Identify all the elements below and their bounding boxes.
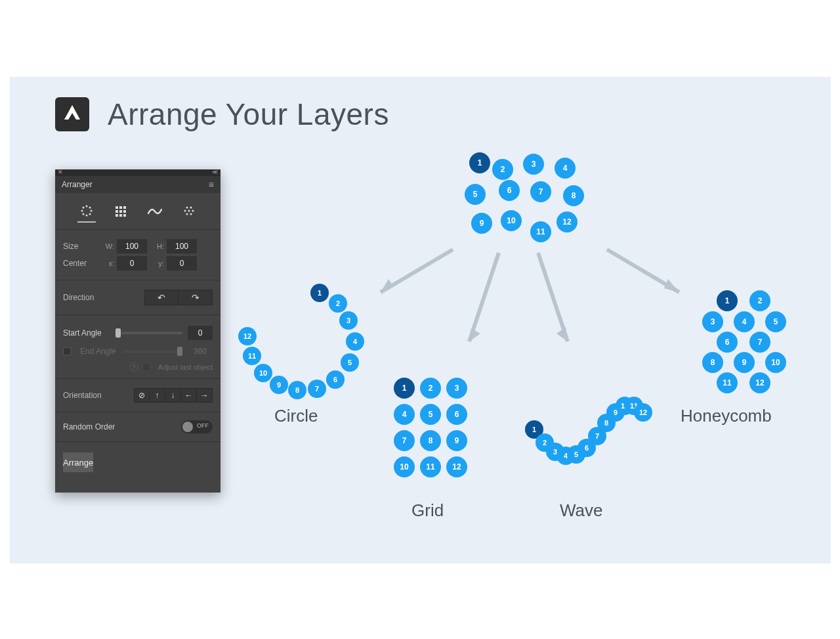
mode-tab-honeycomb[interactable] — [180, 200, 198, 223]
direction-cw-button[interactable]: ↷ — [178, 290, 213, 305]
dot: 3 — [702, 311, 723, 332]
orient-left-button[interactable]: ← — [181, 388, 197, 403]
start-angle-input[interactable] — [188, 326, 213, 340]
slider-thumb[interactable] — [116, 328, 121, 338]
cluster-wave: 1 2 3 4 5 6 7 8 9 10 11 12 — [525, 394, 656, 466]
dot: 7 — [394, 430, 415, 451]
end-angle-label: End Angle — [80, 347, 118, 356]
dot: 2 — [749, 290, 770, 311]
dot: 5 — [465, 184, 486, 205]
dot: 9 — [270, 376, 288, 394]
size-h-input[interactable] — [167, 239, 197, 253]
svg-point-10 — [83, 206, 85, 208]
random-order-row: Random Order OFF — [55, 412, 220, 442]
arrow-to-grid — [459, 250, 512, 355]
svg-point-5 — [91, 209, 93, 211]
orient-down-button[interactable]: ↓ — [165, 388, 181, 403]
arranger-panel: ✕ ≪ Arranger ≡ Size W: H: Center x: — [55, 169, 220, 493]
svg-line-31 — [538, 253, 568, 342]
wave-mode-icon — [148, 206, 162, 217]
toggle-state: OFF — [197, 422, 209, 429]
orient-up-button[interactable]: ↑ — [150, 388, 165, 403]
dot: 1 — [394, 378, 415, 399]
dot: 11 — [243, 347, 261, 365]
center-y-label: y: — [154, 259, 167, 267]
end-angle-checkbox[interactable] — [63, 347, 71, 355]
arrow-to-circle — [368, 246, 459, 305]
dot: 10 — [765, 352, 786, 373]
random-order-toggle[interactable]: OFF — [181, 420, 213, 433]
dot: 6 — [326, 370, 345, 389]
mode-tab-circle[interactable] — [77, 200, 96, 223]
orientation-label: Orientation — [63, 391, 114, 400]
undo-icon: ↶ — [158, 292, 165, 303]
dot: 8 — [288, 381, 306, 399]
svg-point-7 — [86, 214, 88, 216]
svg-point-9 — [81, 209, 83, 211]
dot: 6 — [717, 332, 738, 353]
arrow-to-wave — [532, 250, 584, 355]
panel-menu-icon[interactable]: ≡ — [209, 179, 214, 190]
honeycomb-mode-icon — [182, 205, 196, 218]
grid-mode-icon — [115, 206, 127, 217]
collapse-icon[interactable]: ≪ — [212, 169, 218, 175]
caption-circle: Circle — [274, 406, 318, 426]
cluster-initial: 1 2 3 4 5 6 7 8 9 10 11 12 — [459, 152, 591, 251]
dot: 9 — [446, 430, 467, 451]
arrow-up-icon: ↑ — [156, 391, 159, 400]
svg-marker-34 — [664, 279, 679, 292]
end-angle-slider — [123, 350, 182, 353]
arrange-button[interactable]: Arrange — [63, 452, 93, 472]
size-label: Size — [63, 242, 104, 251]
direction-label: Direction — [63, 293, 104, 302]
dot: 3 — [446, 378, 467, 399]
dot: 8 — [702, 352, 723, 373]
center-x-input[interactable] — [117, 256, 147, 271]
start-angle-label: Start Angle — [63, 328, 110, 338]
dot: 10 — [501, 210, 522, 231]
svg-rect-14 — [116, 210, 118, 213]
dot: 1 — [469, 152, 490, 173]
toggle-knob — [182, 422, 193, 432]
dot: 4 — [346, 332, 364, 351]
orientation-section: Orientation ⊘ ↑ ↓ ← → — [55, 379, 220, 412]
dot: 2 — [492, 159, 513, 180]
svg-point-26 — [190, 213, 192, 215]
orient-right-button[interactable]: → — [197, 388, 213, 403]
direction-section: Direction ↶ ↷ — [55, 280, 220, 315]
svg-line-29 — [469, 253, 499, 342]
mode-tab-grid[interactable] — [112, 200, 130, 223]
dot: 2 — [329, 294, 347, 313]
dot: 1 — [310, 284, 329, 302]
size-w-input[interactable] — [117, 239, 147, 253]
dot: 12 — [238, 327, 257, 345]
dot: 11 — [530, 221, 551, 242]
panel-topbar: ✕ ≪ — [55, 169, 220, 176]
title-row: Arrange Your Layers — [55, 97, 389, 132]
orient-none-button[interactable]: ⊘ — [134, 388, 150, 403]
svg-point-8 — [83, 213, 85, 215]
svg-point-21 — [190, 206, 192, 208]
close-icon[interactable]: ✕ — [58, 169, 63, 175]
dot: 10 — [394, 456, 415, 477]
size-section: Size W: H: Center x: y: — [55, 230, 220, 280]
svg-rect-17 — [116, 214, 118, 217]
center-y-input[interactable] — [167, 256, 197, 271]
start-angle-slider[interactable] — [116, 332, 182, 334]
direction-ccw-button[interactable]: ↶ — [144, 290, 178, 305]
adjust-last-checkbox — [142, 363, 150, 371]
dot: 5 — [765, 311, 786, 332]
svg-point-23 — [188, 209, 190, 211]
svg-point-4 — [89, 206, 91, 208]
mode-tab-wave[interactable] — [146, 200, 164, 223]
svg-point-25 — [186, 213, 188, 215]
help-icon[interactable]: ? — [129, 363, 138, 372]
dot: 12 — [634, 403, 652, 422]
center-label: Center — [63, 259, 104, 268]
arrow-left-icon: ← — [185, 391, 193, 400]
dot: 7 — [530, 181, 551, 202]
dot: 7 — [308, 380, 326, 398]
random-order-label: Random Order — [63, 422, 115, 431]
svg-rect-11 — [116, 206, 118, 209]
dot: 11 — [717, 372, 738, 393]
